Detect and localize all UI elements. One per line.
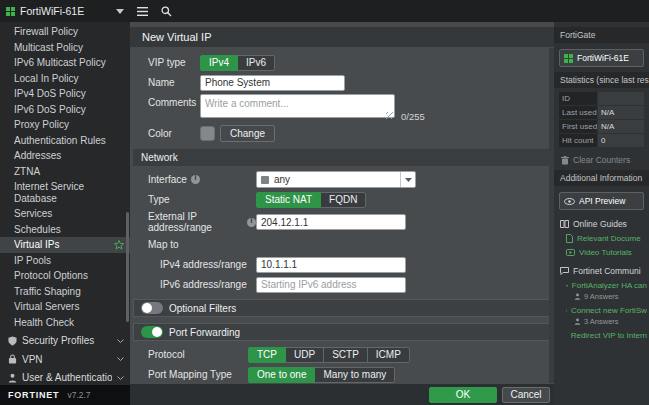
sidebar-item-ipv4-dos-policy[interactable]: IPv4 DoS Policy [0,86,130,102]
sidebar-item-label: Protocol Options [14,270,124,282]
comments-textarea[interactable] [200,94,395,118]
interface-label-text: Interface [148,174,187,185]
api-preview-label: API Preview [579,196,625,206]
api-preview-button[interactable]: API Preview [559,192,644,210]
sidebar-item-internet-service-database[interactable]: Internet Service Database [0,179,130,206]
type-static-nat-button[interactable]: Static NAT [256,192,321,208]
community-link-label: Redirect VIP to Intern [571,331,647,340]
sidebar-item-proxy-policy[interactable]: Proxy Policy [0,117,130,133]
port-mapping-many-to-many-button[interactable]: Many to many [314,367,395,383]
sidebar-item-security-profiles[interactable]: Security Profiles [0,333,130,349]
sidebar-item-multicast-policy[interactable]: Multicast Policy [0,40,130,56]
color-swatch[interactable] [200,126,215,141]
name-input[interactable] [200,75,345,91]
protocol-label: Protocol [148,349,248,360]
fortinet-grid-icon [564,54,573,63]
sidebar-item-virtual-servers[interactable]: Virtual Servers [0,299,130,315]
sidebar-item-label: Virtual Servers [14,301,124,313]
sidebar-item-virtual-ips[interactable]: Virtual IPs [0,237,130,253]
port-forwarding-toggle[interactable] [141,326,163,338]
vip-type-ipv6-button[interactable]: IPv6 [237,55,275,71]
ipv6-range-label: IPv6 address/range [148,279,256,290]
guide-link-video-tutorials[interactable]: Video Tutorials [566,248,647,257]
sidebar-item-authentication-rules[interactable]: Authentication Rules [0,133,130,149]
ipv4-range-input[interactable] [256,257,406,273]
sidebar-item-firewall-policy[interactable]: Firewall Policy [0,24,130,40]
sidebar-item-services[interactable]: Services [0,206,130,222]
protocol-segment: TCP UDP SCTP ICMP [248,347,410,363]
color-label: Color [148,128,200,139]
sidebar-item-ztna[interactable]: ZTNA [0,164,130,180]
chat-icon [566,307,567,315]
virtual-ip-form: VIP type IPv4 IPv6 Name Comments [130,47,554,405]
search-icon[interactable] [154,0,178,22]
lock-icon [8,354,17,364]
protocol-udp-button[interactable]: UDP [285,347,324,363]
community-link-connect-fortiswitch[interactable]: Connect new FortiSw [566,306,647,315]
user-icon [574,293,581,300]
community-answers-meta: 3 Answers [574,317,647,326]
info-icon [247,218,256,227]
stat-value: N/A [598,106,644,119]
port-mapping-one-to-one-button[interactable]: One to one [248,367,315,383]
stat-row-hit-count: Hit count 0 [559,134,644,147]
protocol-icmp-button[interactable]: ICMP [367,347,410,363]
chevron-down-icon [117,357,124,361]
document-icon [566,234,573,243]
ok-button[interactable]: OK [429,387,497,403]
sidebar-item-local-in-policy[interactable]: Local In Policy [0,71,130,87]
sidebar-item-schedules[interactable]: Schedules [0,222,130,238]
main-scrollbar[interactable] [549,48,554,383]
page-title: New Virtual IP [130,27,554,47]
any-interface-icon [261,176,269,184]
book-icon [560,220,569,228]
device-selector[interactable]: FortiWiFi-61E [0,0,130,22]
sidebar-item-label: Health Check [14,317,124,329]
resize-handle-icon[interactable] [386,112,393,119]
statistics-table: ID Last used N/A First used N/A Hit coun… [559,92,644,147]
stat-row-last-used: Last used N/A [559,106,644,119]
sidebar-item-ip-pools[interactable]: IP Pools [0,253,130,269]
sidebar-item-addresses[interactable]: Addresses [0,148,130,164]
sidebar-item-label: Schedules [14,224,124,236]
community-link-fortianalyzer-ha[interactable]: FortiAnalyzer HA can [566,281,647,290]
sidebar-item-label: IPv6 DoS Policy [14,104,124,116]
sidebar-item-health-check[interactable]: Health Check [0,315,130,331]
menu-icon[interactable] [130,0,154,22]
sidebar-item-vpn[interactable]: VPN [0,352,130,368]
sidebar-item-label: Services [14,208,124,220]
sidebar-item-protocol-options[interactable]: Protocol Options [0,268,130,284]
sidebar-item-ipv6-multicast-policy[interactable]: IPv6 Multicast Policy [0,55,130,71]
stat-label: Hit count [559,134,597,147]
stat-value: 0 [598,134,644,147]
sidebar-item-label: Virtual IPs [14,239,110,251]
clear-counters-button[interactable]: Clear Counters [561,155,644,165]
ipv6-range-input[interactable] [256,277,406,293]
guide-link-relevant-documentation[interactable]: Relevant Docume [566,234,647,243]
community-link-redirect-vip[interactable]: Redirect VIP to Intern [566,331,647,340]
optional-filters-toggle[interactable] [141,302,163,314]
protocol-sctp-button[interactable]: SCTP [323,347,368,363]
sidebar-item-user-authentication[interactable]: User & Authentication [0,370,130,386]
app: FortiWiFi-61E Firewall Policy Multicast … [0,0,649,405]
interface-select[interactable]: any [256,171,416,188]
sidebar-item-ipv6-dos-policy[interactable]: IPv6 DoS Policy [0,102,130,118]
sidebar-item-traffic-shaping[interactable]: Traffic Shaping [0,284,130,300]
type-fqdn-button[interactable]: FQDN [320,192,366,208]
protocol-tcp-button[interactable]: TCP [248,347,286,363]
sidebar-item-label: Internet Service Database [14,181,124,204]
sidebar-scrollbar[interactable] [126,212,129,322]
answers-count: 9 Answers [584,292,619,301]
chevron-down-icon [116,9,124,14]
cancel-button[interactable]: Cancel [502,387,550,403]
vip-type-ipv4-button[interactable]: IPv4 [200,55,238,71]
optional-filters-section: Optional Filters [133,299,554,317]
network-section-header: Network [133,149,554,166]
fortinet-grid-icon [6,7,15,16]
action-bar: OK Cancel [130,384,554,405]
color-change-button[interactable]: Change [220,125,275,142]
user-icon [8,373,17,383]
device-button[interactable]: FortiWiFi-61E [559,49,644,67]
guide-link-label: Relevant Docume [577,234,641,243]
external-ip-input[interactable] [256,214,406,230]
